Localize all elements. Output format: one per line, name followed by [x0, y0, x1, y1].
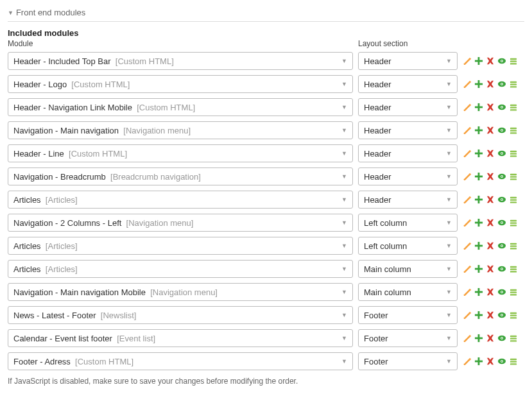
chevron-down-icon: ▼ — [446, 150, 452, 157]
module-select[interactable]: Articles [Articles]▼ — [8, 191, 353, 209]
toggle-visibility-icon[interactable] — [497, 287, 506, 296]
add-icon[interactable] — [474, 172, 483, 181]
edit-icon[interactable] — [463, 357, 472, 366]
layout-select[interactable]: Footer▼ — [358, 306, 458, 324]
drag-handle-icon[interactable] — [509, 80, 518, 89]
drag-handle-icon[interactable] — [509, 311, 518, 320]
delete-icon[interactable] — [486, 287, 495, 296]
drag-handle-icon[interactable] — [509, 241, 518, 250]
module-select[interactable]: Header - Included Top Bar [Custom HTML]▼ — [8, 52, 353, 70]
toggle-visibility-icon[interactable] — [497, 357, 506, 366]
delete-icon[interactable] — [486, 149, 495, 158]
add-icon[interactable] — [474, 287, 483, 296]
layout-select[interactable]: Main column▼ — [358, 283, 458, 301]
add-icon[interactable] — [474, 241, 483, 250]
edit-icon[interactable] — [463, 172, 472, 181]
toggle-visibility-icon[interactable] — [497, 126, 506, 135]
layout-select[interactable]: Main column▼ — [358, 260, 458, 278]
add-icon[interactable] — [474, 334, 483, 343]
edit-icon[interactable] — [463, 311, 472, 320]
add-icon[interactable] — [474, 195, 483, 204]
edit-icon[interactable] — [463, 149, 472, 158]
module-select[interactable]: Header - Logo [Custom HTML]▼ — [8, 75, 353, 93]
drag-handle-icon[interactable] — [509, 126, 518, 135]
add-icon[interactable] — [474, 80, 483, 89]
drag-handle-icon[interactable] — [509, 218, 518, 227]
toggle-visibility-icon[interactable] — [497, 218, 506, 227]
drag-handle-icon[interactable] — [509, 287, 518, 296]
module-select[interactable]: Navigation - Main navigation [Navigation… — [8, 121, 353, 139]
edit-icon[interactable] — [463, 334, 472, 343]
delete-icon[interactable] — [486, 264, 495, 273]
layout-select[interactable]: Header▼ — [358, 52, 458, 70]
delete-icon[interactable] — [486, 334, 495, 343]
layout-select[interactable]: Header▼ — [358, 121, 458, 139]
module-select[interactable]: Header - Navigation Link Mobile [Custom … — [8, 98, 353, 116]
module-select[interactable]: Header - Line [Custom HTML]▼ — [8, 144, 353, 162]
module-name: Articles — [13, 264, 41, 274]
layout-select[interactable]: Footer▼ — [358, 352, 458, 370]
toggle-visibility-icon[interactable] — [497, 241, 506, 250]
toggle-visibility-icon[interactable] — [497, 103, 506, 112]
add-icon[interactable] — [474, 103, 483, 112]
module-select[interactable]: Articles [Articles]▼ — [8, 260, 353, 278]
drag-handle-icon[interactable] — [509, 56, 518, 65]
add-icon[interactable] — [474, 149, 483, 158]
toggle-visibility-icon[interactable] — [497, 56, 506, 65]
delete-icon[interactable] — [486, 311, 495, 320]
drag-handle-icon[interactable] — [509, 334, 518, 343]
chevron-down-icon: ▼ — [341, 150, 347, 157]
module-select[interactable]: Navigation - 2 Columns - Left [Navigatio… — [8, 214, 353, 232]
drag-handle-icon[interactable] — [509, 357, 518, 366]
add-icon[interactable] — [474, 357, 483, 366]
module-select[interactable]: News - Latest - Footer [Newslist]▼ — [8, 306, 353, 324]
module-select[interactable]: Footer - Adress [Custom HTML]▼ — [8, 352, 353, 370]
drag-handle-icon[interactable] — [509, 195, 518, 204]
layout-select[interactable]: Header▼ — [358, 191, 458, 209]
edit-icon[interactable] — [463, 126, 472, 135]
delete-icon[interactable] — [486, 172, 495, 181]
layout-select[interactable]: Header▼ — [358, 144, 458, 162]
edit-icon[interactable] — [463, 218, 472, 227]
delete-icon[interactable] — [486, 218, 495, 227]
toggle-visibility-icon[interactable] — [497, 311, 506, 320]
toggle-visibility-icon[interactable] — [497, 149, 506, 158]
layout-select[interactable]: Header▼ — [358, 167, 458, 185]
module-select[interactable]: Articles [Articles]▼ — [8, 237, 353, 255]
delete-icon[interactable] — [486, 241, 495, 250]
add-icon[interactable] — [474, 218, 483, 227]
layout-select[interactable]: Header▼ — [358, 98, 458, 116]
drag-handle-icon[interactable] — [509, 103, 518, 112]
add-icon[interactable] — [474, 311, 483, 320]
module-select[interactable]: Calendar - Event list footer [Event list… — [8, 329, 353, 347]
edit-icon[interactable] — [463, 80, 472, 89]
panel-header[interactable]: ▼ Front end modules — [8, 8, 524, 22]
layout-select[interactable]: Header▼ — [358, 75, 458, 93]
edit-icon[interactable] — [463, 103, 472, 112]
layout-select[interactable]: Left column▼ — [358, 214, 458, 232]
module-select[interactable]: Navigation - Breadcrumb [Breadcrumb navi… — [8, 167, 353, 185]
toggle-visibility-icon[interactable] — [497, 80, 506, 89]
delete-icon[interactable] — [486, 357, 495, 366]
delete-icon[interactable] — [486, 103, 495, 112]
module-name: Navigation - Main navigation Mobile — [13, 287, 146, 297]
module-select[interactable]: Navigation - Main navigation Mobile [Nav… — [8, 283, 353, 301]
add-icon[interactable] — [474, 126, 483, 135]
edit-icon[interactable] — [463, 287, 472, 296]
drag-handle-icon[interactable] — [509, 264, 518, 273]
delete-icon[interactable] — [486, 80, 495, 89]
toggle-visibility-icon[interactable] — [497, 195, 506, 204]
delete-icon[interactable] — [486, 195, 495, 204]
layout-select[interactable]: Footer▼ — [358, 329, 458, 347]
add-icon[interactable] — [474, 56, 483, 65]
toggle-visibility-icon[interactable] — [497, 172, 506, 181]
delete-icon[interactable] — [486, 126, 495, 135]
add-icon[interactable] — [474, 264, 483, 273]
drag-handle-icon[interactable] — [509, 172, 518, 181]
toggle-visibility-icon[interactable] — [497, 264, 506, 273]
edit-icon[interactable] — [463, 56, 472, 65]
layout-select[interactable]: Left column▼ — [358, 237, 458, 255]
toggle-visibility-icon[interactable] — [497, 334, 506, 343]
drag-handle-icon[interactable] — [509, 149, 518, 158]
delete-icon[interactable] — [486, 56, 495, 65]
